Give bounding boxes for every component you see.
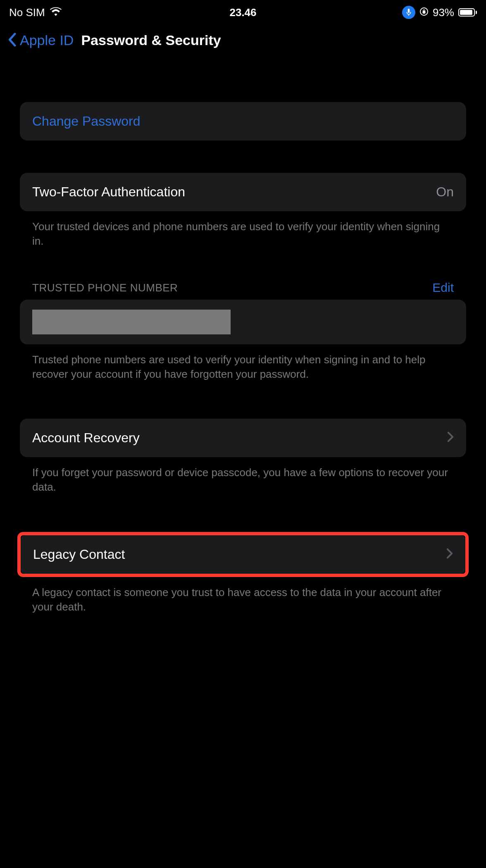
carrier-label: No SIM — [9, 6, 45, 19]
trusted-phone-footer: Trusted phone numbers are used to verify… — [20, 344, 466, 382]
chevron-right-icon — [446, 547, 453, 562]
legacy-contact-footer: A legacy contact is someone you trust to… — [20, 577, 466, 614]
back-button-label[interactable]: Apple ID — [20, 32, 74, 48]
trusted-phone-edit-button[interactable]: Edit — [432, 281, 454, 295]
status-time: 23.46 — [229, 6, 256, 19]
wifi-icon — [50, 6, 62, 19]
status-bar: No SIM 23.46 93% — [0, 0, 486, 22]
battery-icon — [458, 8, 477, 17]
legacy-contact-highlight: Legacy Contact — [17, 532, 469, 577]
battery-percent: 93% — [433, 6, 454, 19]
account-recovery-button[interactable]: Account Recovery — [20, 419, 466, 457]
trusted-phone-redacted — [32, 310, 231, 334]
change-password-button[interactable]: Change Password — [20, 102, 466, 141]
two-factor-row[interactable]: Two-Factor Authentication On — [20, 173, 466, 211]
two-factor-value: On — [436, 184, 454, 200]
account-recovery-footer: If you forget your password or device pa… — [20, 457, 466, 494]
back-chevron-icon[interactable] — [7, 33, 17, 48]
legacy-contact-label: Legacy Contact — [33, 547, 125, 562]
change-password-label: Change Password — [32, 114, 140, 129]
trusted-phone-header: TRUSTED PHONE NUMBER Edit — [20, 281, 466, 300]
trusted-phone-row[interactable] — [20, 300, 466, 344]
microphone-icon — [402, 6, 415, 19]
page-title: Password & Security — [81, 32, 221, 48]
two-factor-group: Two-Factor Authentication On — [20, 173, 466, 211]
account-recovery-group: Account Recovery — [20, 419, 466, 457]
legacy-contact-button[interactable]: Legacy Contact — [21, 535, 465, 574]
change-password-group: Change Password — [20, 102, 466, 141]
trusted-phone-group — [20, 300, 466, 344]
rotation-lock-icon — [419, 6, 429, 19]
trusted-phone-header-label: TRUSTED PHONE NUMBER — [32, 281, 178, 294]
two-factor-label: Two-Factor Authentication — [32, 184, 185, 200]
legacy-contact-group: Legacy Contact — [21, 535, 465, 574]
nav-header: Apple ID Password & Security — [0, 22, 486, 65]
status-left: No SIM — [9, 6, 62, 19]
status-right: 93% — [402, 6, 477, 19]
two-factor-footer: Your trusted devices and phone numbers a… — [20, 211, 466, 248]
svg-rect-0 — [408, 9, 410, 13]
account-recovery-label: Account Recovery — [32, 430, 140, 446]
chevron-right-icon — [447, 430, 454, 446]
svg-rect-2 — [423, 11, 425, 13]
